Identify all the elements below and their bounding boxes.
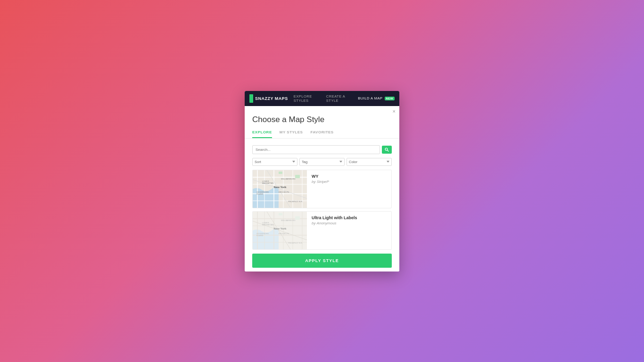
svg-text:ISLAND: ISLAND <box>256 193 264 195</box>
modal-title: Choose a Map Style <box>245 114 399 130</box>
svg-line-1 <box>388 150 389 151</box>
create-style-link[interactable]: CREATE A STYLE <box>326 94 353 103</box>
map-preview-2: New York LOWER MANHATTAN WILLIAMSBURG BR… <box>253 212 307 249</box>
modal-tabs: EXPLORE MY STYLES FAVORITES <box>245 130 399 139</box>
svg-text:PROSPECT R.R.: PROSPECT R.R. <box>288 242 303 244</box>
svg-text:MANHATTAN: MANHATTAN <box>262 223 273 226</box>
build-map-label: BUILD A MAP <box>358 96 382 100</box>
svg-text:PROSPECT R.R.: PROSPECT R.R. <box>288 200 303 203</box>
explore-styles-link[interactable]: EXPLORE STYLES <box>294 94 322 103</box>
tab-favorites[interactable]: FAVORITES <box>310 130 333 138</box>
apply-style-button[interactable]: APPLY STYLE <box>252 254 392 268</box>
search-row <box>245 143 399 156</box>
map-info-1: WY by StripeP <box>307 170 391 208</box>
svg-rect-47 <box>295 216 300 220</box>
color-select[interactable]: Color <box>347 158 392 166</box>
svg-text:BROOKLYN: BROOKLYN <box>279 232 289 235</box>
search-icon <box>385 148 389 152</box>
svg-text:MANHATTAN: MANHATTAN <box>262 182 273 184</box>
svg-text:WILLIAMSBURG: WILLIAMSBURG <box>281 178 296 180</box>
svg-rect-24 <box>295 175 300 178</box>
navbar: SNAZZY MAPS EXPLORE STYLES CREATE A STYL… <box>245 91 399 106</box>
map-item[interactable]: New York LOWER MANHATTAN WILLIAMSBURG BR… <box>252 170 392 208</box>
browser-window: SNAZZY MAPS EXPLORE STYLES CREATE A STYL… <box>245 91 399 272</box>
map-name-2: Ultra Light with Labels <box>312 215 387 220</box>
svg-rect-46 <box>279 213 282 215</box>
map-thumbnail-2: New York LOWER MANHATTAN WILLIAMSBURG BR… <box>253 212 307 249</box>
map-name-1: WY <box>312 174 387 179</box>
map-author-2: by Anonymous <box>312 221 387 225</box>
build-map-link[interactable]: BUILD A MAP NEW <box>358 96 395 100</box>
tag-select[interactable]: Tag <box>299 158 345 166</box>
svg-text:BROOKLYN: BROOKLYN <box>279 191 289 193</box>
map-author-1: by StripeP <box>312 180 387 184</box>
svg-rect-23 <box>279 172 282 174</box>
map-preview-1: New York LOWER MANHATTAN WILLIAMSBURG BR… <box>253 170 307 208</box>
map-item-2[interactable]: New York LOWER MANHATTAN WILLIAMSBURG BR… <box>252 211 392 250</box>
navbar-links: EXPLORE STYLES CREATE A STYLE <box>294 94 352 103</box>
modal-close-button[interactable]: × <box>393 109 396 114</box>
map-thumbnail-1: New York LOWER MANHATTAN WILLIAMSBURG BR… <box>253 170 307 208</box>
navbar-logo: SNAZZY MAPS <box>249 94 288 103</box>
navbar-brand: SNAZZY MAPS <box>255 96 288 101</box>
tab-my-styles[interactable]: MY STYLES <box>280 130 303 138</box>
search-button[interactable] <box>382 146 392 154</box>
svg-text:WILLIAMSBURG: WILLIAMSBURG <box>281 219 296 222</box>
modal-overlay: × Choose a Map Style EXPLORE MY STYLES F… <box>245 106 399 272</box>
svg-text:New York: New York <box>274 186 287 189</box>
filter-row: Sort Tag Color <box>245 156 399 170</box>
map-info-2: Ultra Light with Labels by Anonymous <box>307 212 391 249</box>
svg-text:New York: New York <box>274 227 287 230</box>
map-list: New York LOWER MANHATTAN WILLIAMSBURG BR… <box>245 170 399 250</box>
modal-close-bar: × <box>245 106 399 114</box>
svg-text:ISLAND: ISLAND <box>256 234 264 237</box>
search-input[interactable] <box>252 145 380 154</box>
logo-icon <box>249 94 253 103</box>
sort-select[interactable]: Sort <box>252 158 297 166</box>
tab-explore[interactable]: EXPLORE <box>252 130 272 138</box>
new-badge: NEW <box>385 97 395 100</box>
